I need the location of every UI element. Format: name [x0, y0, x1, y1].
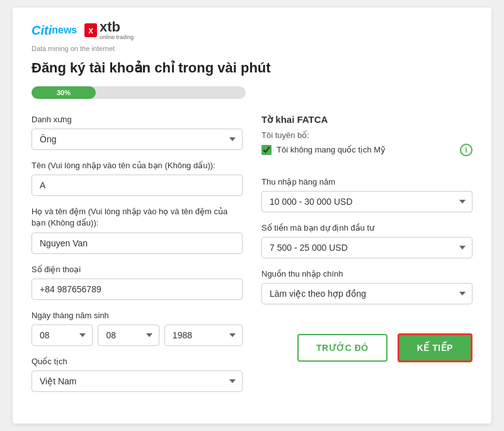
ho-ten-label: Họ và tên đệm (Vui lòng nhập vào họ và t…	[32, 206, 243, 229]
thu-nhap-select[interactable]: 10 000 - 30 000 USD < 10 000 USD 30 000 …	[261, 191, 472, 212]
form-layout: Danh xưng Ông Bà Cô Tên (Vui lòng nhập v…	[32, 114, 472, 392]
so-dien-thoai-input[interactable]	[32, 279, 243, 300]
thu-nhap-label: Thu nhập hàng năm	[261, 176, 472, 188]
thang-select[interactable]: 08	[98, 325, 159, 346]
news-text: news	[52, 25, 77, 36]
page-title: Đăng ký tài khoản chỉ trong vài phút	[32, 60, 472, 76]
date-group: 08 08 1988	[32, 325, 243, 346]
nguon-thu-group: Nguồn thu nhập chính Làm việc theo hợp đ…	[261, 268, 472, 304]
nam-select[interactable]: 1988	[164, 325, 243, 346]
so-dien-thoai-label: Số điện thoại	[32, 264, 243, 275]
ten-group: Tên (Vui lòng nhập vào tên của bạn (Khôn…	[32, 160, 243, 196]
ten-label: Tên (Vui lòng nhập vào tên của bạn (Khôn…	[32, 160, 243, 171]
fatca-section: Tờ khai FATCA Tôi tuyên bố: Tôi không ma…	[261, 114, 472, 166]
next-button[interactable]: KẾ TIẾP	[398, 333, 472, 362]
so-tien-group: Số tiền mà bạn dự định đầu tư 7 500 - 25…	[261, 222, 472, 258]
xtb-logo: x xtb online trading	[84, 20, 134, 41]
ten-input[interactable]	[32, 175, 243, 196]
xtb-main-text: xtb	[100, 20, 134, 34]
progress-label: 30%	[57, 89, 71, 96]
back-button[interactable]: TRƯỚC ĐÓ	[297, 334, 387, 362]
ho-ten-input[interactable]	[32, 233, 243, 254]
quoc-tich-label: Quốc tịch	[32, 356, 243, 367]
info-icon[interactable]: i	[460, 144, 472, 156]
xtb-wordmark: xtb online trading	[100, 20, 134, 41]
danh-xung-select[interactable]: Ông Bà Cô	[32, 129, 243, 150]
xtb-x-icon: x	[84, 23, 97, 37]
form-actions: TRƯỚC ĐÓ KẾ TIẾP	[261, 333, 472, 362]
ngay-select[interactable]: 08	[32, 325, 93, 346]
tagline: Data mining on the internet	[32, 45, 472, 52]
citi-logo: Citi news	[32, 23, 77, 38]
ngay-sinh-label: Ngày tháng năm sinh	[32, 310, 243, 321]
ngay-sinh-group: Ngày tháng năm sinh 08 08 1988	[32, 310, 243, 346]
progress-bar-fill: 30%	[32, 86, 96, 99]
fatca-declare: Tôi tuyên bố:	[261, 130, 472, 140]
fatca-checkbox-label: Tôi không mang quốc tịch Mỹ	[277, 145, 455, 154]
fatca-checkbox-row: Tôi không mang quốc tịch Mỹ i	[261, 144, 472, 156]
quoc-tich-select[interactable]: Việt Nam Hoa Kỳ Khác	[32, 371, 243, 392]
form-left: Danh xưng Ông Bà Cô Tên (Vui lòng nhập v…	[32, 114, 243, 392]
citi-text: Citi	[32, 23, 52, 38]
so-tien-label: Số tiền mà bạn dự định đầu tư	[261, 222, 472, 234]
nguon-thu-label: Nguồn thu nhập chính	[261, 268, 472, 280]
so-tien-select[interactable]: 7 500 - 25 000 USD < 7 500 USD 25 000 - …	[261, 237, 472, 258]
danh-xung-group: Danh xưng Ông Bà Cô	[32, 114, 243, 150]
nguon-thu-select[interactable]: Làm việc theo hợp đồng Kinh doanh Đầu tư…	[261, 283, 472, 304]
so-dien-thoai-group: Số điện thoại	[32, 264, 243, 300]
quoc-tich-group: Quốc tịch Việt Nam Hoa Kỳ Khác	[32, 356, 243, 392]
progress-bar-container: 30%	[32, 86, 246, 99]
xtb-sub-text: online trading	[100, 34, 134, 41]
fatca-title: Tờ khai FATCA	[261, 114, 472, 125]
header: Citi news x xtb online trading	[32, 20, 472, 41]
thu-nhap-group: Thu nhập hàng năm 10 000 - 30 000 USD < …	[261, 176, 472, 212]
fatca-checkbox[interactable]	[261, 145, 272, 155]
danh-xung-label: Danh xưng	[32, 114, 243, 125]
ho-ten-group: Họ và tên đệm (Vui lòng nhập vào họ và t…	[32, 206, 243, 253]
form-right: Tờ khai FATCA Tôi tuyên bố: Tôi không ma…	[261, 114, 472, 392]
main-container: Citi news x xtb online trading Data mini…	[13, 8, 491, 423]
